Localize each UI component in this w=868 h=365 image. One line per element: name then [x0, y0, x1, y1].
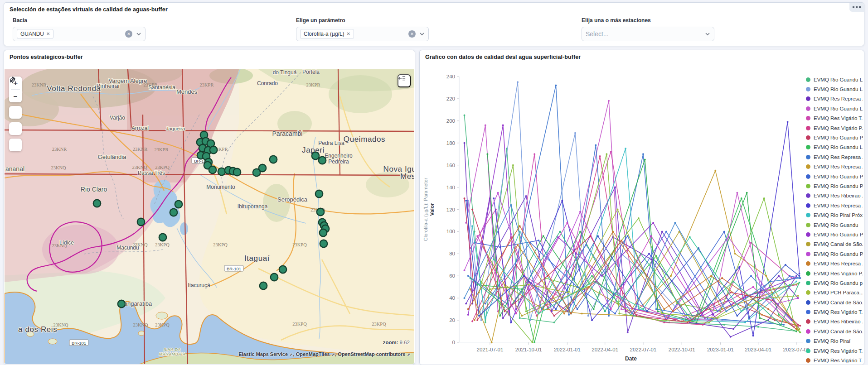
- data-point[interactable]: [493, 259, 495, 260]
- token-remove-icon[interactable]: ✕: [347, 30, 350, 38]
- station-marker[interactable]: [118, 300, 125, 307]
- data-point[interactable]: [553, 315, 555, 317]
- data-point[interactable]: [476, 319, 478, 321]
- data-point[interactable]: [702, 324, 704, 326]
- legend-item[interactable]: EVMQ PCH Paraca...: [806, 288, 863, 298]
- data-point[interactable]: [471, 225, 473, 227]
- data-point[interactable]: [744, 322, 746, 323]
- bacia-token[interactable]: GUANDU ✕: [17, 29, 53, 39]
- data-point[interactable]: [612, 231, 614, 232]
- legend-item[interactable]: EVMQ Res Represa ...: [806, 162, 863, 172]
- legend-item[interactable]: EVMQ Rio Guandu p...: [806, 278, 863, 288]
- legend-item[interactable]: EVMQ Rio Guandu P...: [806, 133, 863, 142]
- data-point[interactable]: [589, 235, 591, 237]
- data-point[interactable]: [631, 312, 633, 314]
- legend-item[interactable]: EVMQ Res Vigário T...: [806, 114, 863, 123]
- data-point[interactable]: [493, 197, 495, 199]
- station-marker[interactable]: [170, 209, 177, 216]
- data-point[interactable]: [599, 155, 601, 157]
- data-point[interactable]: [467, 314, 469, 316]
- data-point[interactable]: [597, 235, 599, 237]
- data-point[interactable]: [799, 277, 800, 279]
- data-point[interactable]: [480, 319, 482, 321]
- data-point[interactable]: [568, 291, 570, 293]
- station-marker[interactable]: [319, 157, 326, 164]
- data-point[interactable]: [525, 195, 527, 197]
- data-point[interactable]: [778, 314, 780, 316]
- data-point[interactable]: [525, 311, 527, 312]
- data-point[interactable]: [799, 282, 800, 283]
- data-point[interactable]: [485, 322, 486, 323]
- data-point[interactable]: [465, 200, 467, 202]
- data-point[interactable]: [568, 314, 570, 316]
- data-point[interactable]: [474, 319, 475, 321]
- legend-item[interactable]: EVMQ Res Vigário T...: [806, 355, 863, 364]
- data-point[interactable]: [515, 308, 517, 310]
- series-line[interactable]: [490, 210, 798, 318]
- data-point[interactable]: [655, 308, 657, 310]
- data-point[interactable]: [593, 308, 595, 310]
- data-point[interactable]: [759, 317, 761, 319]
- data-point[interactable]: [471, 321, 473, 322]
- data-point[interactable]: [486, 153, 488, 155]
- data-point[interactable]: [797, 295, 799, 297]
- station-marker[interactable]: [320, 229, 327, 236]
- data-point[interactable]: [595, 144, 596, 146]
- data-point[interactable]: [541, 308, 543, 310]
- legend-item[interactable]: EVMQ Res Ribeirão ...: [806, 191, 863, 201]
- data-point[interactable]: [610, 151, 612, 153]
- data-point[interactable]: [577, 308, 578, 310]
- bacia-combobox[interactable]: GUANDU ✕ ✕: [13, 27, 145, 41]
- legend-item[interactable]: EVMQ Res Vigário P...: [806, 123, 863, 133]
- data-point[interactable]: [587, 315, 589, 317]
- data-point[interactable]: [464, 142, 466, 144]
- legend-item[interactable]: EVMQ Res Ribeirão ...: [806, 317, 863, 327]
- station-marker[interactable]: [317, 208, 324, 216]
- legend-item[interactable]: EVMQ Res Represa ...: [806, 201, 863, 210]
- legend-item[interactable]: EVMQ Rio Guandu P...: [806, 230, 863, 239]
- data-point[interactable]: [570, 312, 572, 314]
- data-point[interactable]: [608, 315, 610, 317]
- legend-item[interactable]: EVMQ Rio Guandu P...: [806, 172, 863, 181]
- data-point[interactable]: [795, 331, 797, 332]
- data-point[interactable]: [721, 277, 723, 279]
- station-marker[interactable]: [320, 240, 327, 247]
- data-point[interactable]: [799, 273, 800, 274]
- data-point[interactable]: [591, 275, 593, 277]
- data-point[interactable]: [510, 322, 512, 323]
- data-point[interactable]: [771, 299, 773, 301]
- station-marker[interactable]: [218, 168, 225, 175]
- data-point[interactable]: [646, 311, 648, 312]
- data-point[interactable]: [799, 331, 801, 333]
- data-point[interactable]: [644, 158, 646, 160]
- data-point[interactable]: [730, 336, 732, 338]
- data-point[interactable]: [708, 322, 710, 323]
- data-point[interactable]: [621, 240, 622, 241]
- station-marker[interactable]: [209, 166, 216, 173]
- map-layers-collapse-button[interactable]: [398, 74, 411, 87]
- data-point[interactable]: [778, 275, 780, 277]
- station-marker[interactable]: [175, 201, 182, 208]
- data-point[interactable]: [687, 322, 689, 323]
- legend-item[interactable]: EVMQ Rio Piraí: [806, 336, 863, 346]
- data-point[interactable]: [648, 253, 650, 255]
- legend-item[interactable]: EVMQ Rio Guandu L...: [806, 104, 863, 113]
- data-point[interactable]: [721, 308, 723, 310]
- station-marker[interactable]: [137, 218, 145, 226]
- data-point[interactable]: [504, 311, 505, 312]
- data-point[interactable]: [555, 308, 557, 310]
- data-point[interactable]: [471, 209, 473, 211]
- data-point[interactable]: [627, 331, 629, 333]
- data-point[interactable]: [553, 322, 555, 323]
- data-point[interactable]: [689, 236, 691, 238]
- map-canvas[interactable]: 23KNR23KPR23KPR23KPR23KNR23KNR23KPR23KPR…: [5, 69, 414, 364]
- data-point[interactable]: [780, 324, 782, 326]
- data-point[interactable]: [601, 275, 603, 277]
- token-remove-icon[interactable]: ✕: [46, 30, 50, 38]
- data-point[interactable]: [757, 326, 759, 328]
- legend-item[interactable]: EVMQ Canal de São...: [806, 298, 863, 307]
- data-point[interactable]: [467, 308, 469, 310]
- data-point[interactable]: [763, 197, 765, 199]
- data-point[interactable]: [730, 292, 732, 293]
- data-point[interactable]: [510, 204, 512, 206]
